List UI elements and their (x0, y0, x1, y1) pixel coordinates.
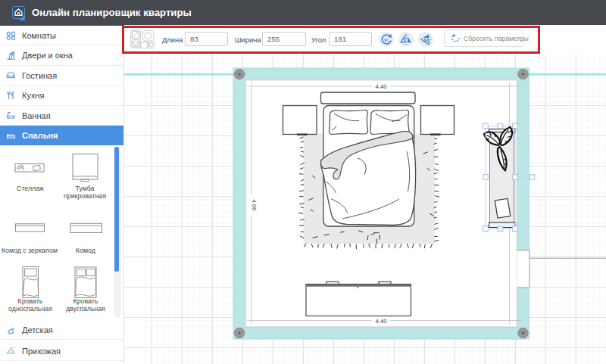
svg-text:4.00: 4.00 (251, 199, 258, 211)
svg-text:4.40: 4.40 (375, 318, 387, 325)
svg-text:4.40: 4.40 (375, 83, 387, 90)
